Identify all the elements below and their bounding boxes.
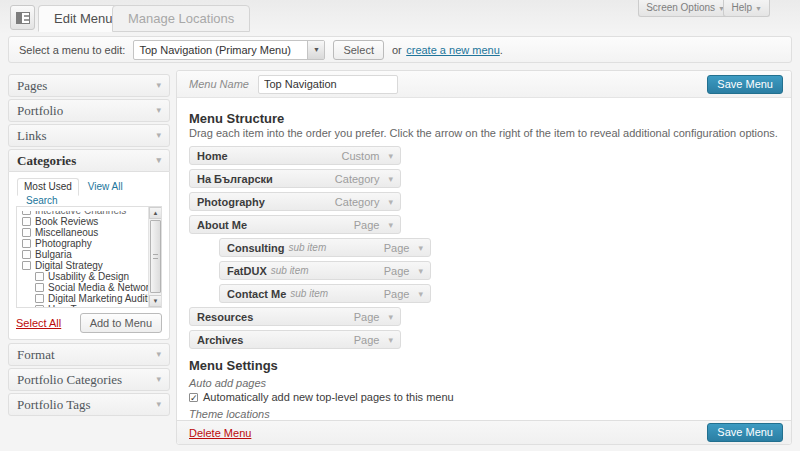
- menu-item-right: Page▾: [384, 288, 423, 300]
- scrollbar[interactable]: ▲ ▼: [148, 207, 161, 307]
- scroll-up-icon[interactable]: ▲: [149, 207, 162, 219]
- category-checkbox-item[interactable]: Photography: [22, 239, 145, 249]
- help-button[interactable]: Help▼: [723, 0, 770, 17]
- category-checkbox-item[interactable]: Book Reviews: [22, 217, 145, 227]
- sidebar-box-categories[interactable]: Categories ▾: [8, 149, 170, 172]
- category-checkbox-item[interactable]: Social Media & Networks: [22, 283, 145, 293]
- checkbox-icon[interactable]: [35, 305, 44, 308]
- checkbox-icon[interactable]: [22, 250, 31, 259]
- menu-item-label: FatDUX: [227, 265, 267, 277]
- menu-item-right: Page▾: [354, 219, 393, 231]
- menu-item-type: Category: [335, 173, 380, 185]
- menu-item-right: Page▾: [354, 334, 393, 346]
- category-checkbox-item[interactable]: Digital Marketing Auditing: [22, 294, 145, 304]
- sidebar-box-label: Portfolio Categories: [17, 369, 122, 390]
- add-to-menu-button[interactable]: Add to Menu: [80, 313, 162, 333]
- tab-manage-locations[interactable]: Manage Locations: [112, 5, 250, 32]
- menu-item-type: Custom: [342, 150, 380, 162]
- category-checkbox-item[interactable]: Digital Strategy: [22, 261, 145, 271]
- checkbox-icon[interactable]: [35, 283, 44, 292]
- category-label: Digital Marketing Auditing: [48, 293, 161, 304]
- menu-item-subitem-text: sub item: [271, 265, 309, 276]
- menu-item-row[interactable]: ResourcesPage▾: [189, 307, 401, 326]
- sidebar-box-label: Pages: [17, 75, 47, 96]
- chevron-down-icon: ▾: [156, 394, 161, 415]
- menu-item-row[interactable]: FatDUXsub itemPage▾: [219, 261, 431, 280]
- sidebar-box-format[interactable]: Format▾: [8, 343, 170, 366]
- categories-tab-view-all[interactable]: View All: [88, 181, 123, 192]
- category-checkbox-item[interactable]: Miscellaneous: [22, 228, 145, 238]
- create-new-menu-link[interactable]: create a new menu: [406, 44, 500, 56]
- chevron-down-icon: ▾: [156, 344, 161, 365]
- delete-menu-link[interactable]: Delete Menu: [189, 427, 251, 439]
- category-checkbox-item[interactable]: Usability & Design: [22, 272, 145, 282]
- menu-item-label: Home: [197, 150, 228, 162]
- chevron-down-icon[interactable]: ▾: [418, 289, 423, 299]
- chevron-down-icon[interactable]: ▾: [418, 243, 423, 253]
- category-checkbox-item[interactable]: How To: [22, 305, 145, 308]
- menu-item-row[interactable]: ArchivesPage▾: [189, 330, 401, 349]
- menu-item-label: About Me: [197, 219, 247, 231]
- chevron-down-icon[interactable]: ▾: [388, 335, 393, 345]
- checkbox-icon[interactable]: [22, 261, 31, 270]
- menu-settings-title: Menu Settings: [189, 359, 779, 372]
- menu-item-type: Page: [384, 242, 410, 254]
- category-checkbox-item[interactable]: Interactive Channels: [22, 211, 145, 216]
- sidebar-box-label: Categories: [17, 150, 76, 171]
- sidebar-box-portfolio-tags[interactable]: Portfolio Tags▾: [8, 393, 170, 416]
- menu-item-right: Category▾: [335, 196, 393, 208]
- save-menu-button-bottom[interactable]: Save Menu: [707, 423, 783, 442]
- menu-item-row[interactable]: Contact Mesub itemPage▾: [219, 284, 431, 303]
- menu-item-row[interactable]: На БългарскиCategory▾: [189, 169, 401, 188]
- categories-checklist: Interactive ChannelsBook ReviewsMiscella…: [16, 206, 162, 308]
- chevron-down-icon[interactable]: ▾: [388, 151, 393, 161]
- category-label: Miscellaneous: [35, 227, 98, 238]
- dropdown-arrow-icon[interactable]: ▼: [307, 41, 324, 59]
- sidebar-box-portfolio-categories[interactable]: Portfolio Categories▾: [8, 368, 170, 391]
- menu-name-bar: Menu Name Save Menu: [177, 71, 791, 98]
- select-button[interactable]: Select: [333, 40, 384, 60]
- chevron-down-icon[interactable]: ▾: [388, 220, 393, 230]
- checkbox-icon[interactable]: [22, 217, 31, 226]
- menu-item-row[interactable]: About MePage▾: [189, 215, 401, 234]
- chevron-down-icon[interactable]: ▾: [388, 174, 393, 184]
- category-label: Social Media & Networks: [48, 282, 159, 293]
- screen-options-label: Screen Options: [646, 2, 715, 13]
- chevron-down-icon[interactable]: ▾: [418, 266, 423, 276]
- checkbox-icon[interactable]: [22, 228, 31, 237]
- menu-editor-panel: Menu Name Save Menu Menu Structure Drag …: [176, 70, 792, 445]
- menu-name-input[interactable]: [258, 75, 398, 94]
- screen-options-button[interactable]: Screen Options▼: [638, 0, 733, 17]
- checkbox-icon[interactable]: [22, 239, 31, 248]
- categories-tab-search[interactable]: Search: [26, 195, 58, 206]
- menu-item-type: Page: [354, 219, 380, 231]
- menu-select-dropdown[interactable]: Top Navigation (Primary Menu) ▼: [133, 40, 325, 60]
- category-checkbox-item[interactable]: Bulgaria: [22, 250, 145, 260]
- checkbox-icon[interactable]: [35, 294, 44, 303]
- theme-locations-label: Theme locations: [189, 408, 779, 420]
- scrollbar-thumb[interactable]: [150, 220, 161, 293]
- auto-add-pages-option[interactable]: Automatically add new top-level pages to…: [189, 391, 779, 403]
- menu-item-row[interactable]: PhotographyCategory▾: [189, 192, 401, 211]
- categories-tab-most-used[interactable]: Most Used: [17, 178, 79, 196]
- checkbox-icon[interactable]: [22, 211, 31, 215]
- menu-item-row[interactable]: HomeCustom▾: [189, 146, 401, 165]
- menus-screen-icon: [10, 5, 35, 30]
- categories-panel: Most UsedView AllSearch Interactive Chan…: [8, 172, 170, 340]
- sidebar-box-portfolio[interactable]: Portfolio▾: [8, 99, 170, 122]
- category-label: Bulgaria: [35, 249, 72, 260]
- chevron-down-icon[interactable]: ▾: [388, 312, 393, 322]
- chevron-down-icon[interactable]: ▾: [388, 197, 393, 207]
- sidebar-box-pages[interactable]: Pages▾: [8, 74, 170, 97]
- scroll-down-icon[interactable]: ▼: [149, 295, 162, 307]
- checkbox-checked-icon[interactable]: [189, 393, 198, 402]
- menu-select-bar: Select a menu to edit: Top Navigation (P…: [8, 36, 792, 63]
- chevron-down-icon: ▾: [156, 125, 161, 146]
- select-all-link[interactable]: Select All: [16, 317, 61, 329]
- menu-item-label: Resources: [197, 311, 253, 323]
- sidebar-box-links[interactable]: Links▾: [8, 124, 170, 147]
- save-menu-button-top[interactable]: Save Menu: [707, 75, 783, 94]
- menu-name-label: Menu Name: [189, 78, 249, 90]
- checkbox-icon[interactable]: [35, 272, 44, 281]
- menu-item-row[interactable]: Consultingsub itemPage▾: [219, 238, 431, 257]
